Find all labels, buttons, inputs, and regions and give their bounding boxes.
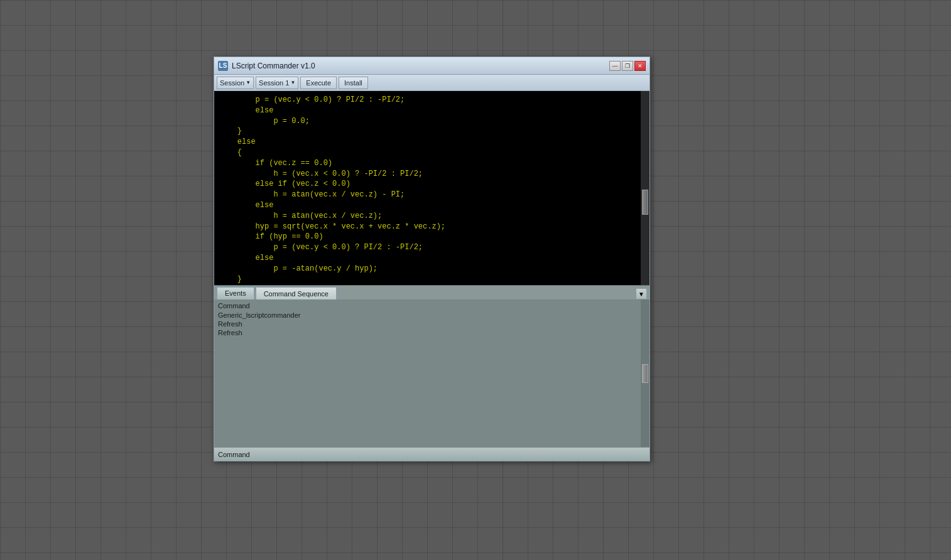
session-dropdown-arrow: ▼ [246,80,251,85]
bottom-panel: Events Command Sequence ▼ Command Generi… [214,285,649,461]
events-content: Command Generic_lscriptcommander Refresh… [214,299,641,447]
toolbar: Session ▼ Session 1 ▼ Execute Install [214,75,649,91]
list-item[interactable]: Refresh [217,328,638,337]
restore-button[interactable]: ❐ [622,61,633,71]
app-icon: LS [218,61,228,71]
code-editor-area: p = (vec.y < 0.0) ? PI/2 : -PI/2; else p… [214,91,649,285]
close-button[interactable]: ✕ [634,61,646,71]
session-dropdown[interactable]: Session ▼ [217,77,254,89]
title-bar: LS LScript Commander v1.0 — ❐ ✕ [214,57,649,75]
events-header: Command [217,301,638,311]
code-scrollbar-track [641,91,649,285]
tab-events[interactable]: Events [217,287,254,299]
session1-dropdown-arrow: ▼ [290,80,295,85]
command-label: Command [218,451,250,458]
code-content[interactable]: p = (vec.y < 0.0) ? PI/2 : -PI/2; else p… [214,91,641,285]
code-scrollbar-thumb[interactable] [642,190,648,215]
main-window: LS LScript Commander v1.0 — ❐ ✕ Session … [214,57,650,461]
events-panel: Command Generic_lscriptcommander Refresh… [214,299,649,447]
events-scrollbar[interactable] [641,299,649,447]
tab-command-sequence[interactable]: Command Sequence [256,287,337,299]
tabs-bar: Events Command Sequence ▼ [214,286,649,299]
list-item[interactable]: Refresh [217,320,638,328]
command-bar: Command [214,447,649,461]
code-scrollbar[interactable] [641,91,649,285]
install-button[interactable]: Install [339,77,368,89]
minimize-button[interactable]: — [609,61,621,71]
list-item[interactable]: Generic_lscriptcommander [217,311,638,320]
window-controls: — ❐ ✕ [609,61,646,71]
events-scrollbar-thumb[interactable] [642,364,648,383]
window-title: LScript Commander v1.0 [232,62,609,70]
tab-scroll-button[interactable]: ▼ [636,288,647,299]
session1-dropdown[interactable]: Session 1 ▼ [256,77,298,89]
execute-button[interactable]: Execute [300,77,337,89]
